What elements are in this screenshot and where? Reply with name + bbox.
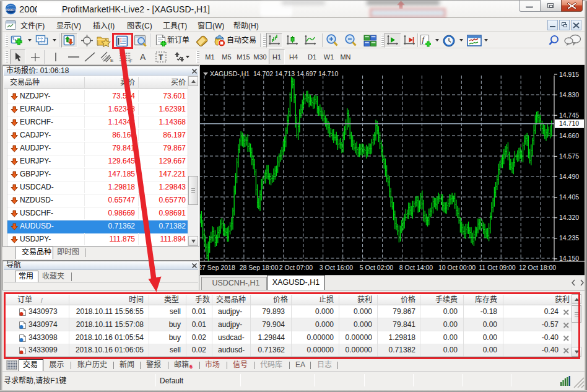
svg-text:11 Oct 09:00: 11 Oct 09:00 <box>479 264 516 271</box>
svg-text:10 Oct 00:00: 10 Oct 00:00 <box>438 264 476 271</box>
svg-text:5 Oct 02:00: 5 Oct 02:00 <box>360 264 393 271</box>
svg-text:3 Oct 16:00: 3 Oct 16:00 <box>320 264 353 271</box>
svg-text:8 Oct 14:00: 8 Oct 14:00 <box>399 264 433 271</box>
svg-text:XAGUSD-,H1 14.702 14.713 14.6: XAGUSD-,H1 14.702 14.713 14.697 14.710 <box>210 70 338 77</box>
svg-text:14.235: 14.235 <box>559 234 579 242</box>
svg-text:14.830: 14.830 <box>559 91 579 98</box>
svg-text:14.150: 14.150 <box>559 255 579 262</box>
svg-text:E: E <box>110 58 113 63</box>
svg-text:T: T <box>159 53 163 62</box>
svg-text:14.320: 14.320 <box>559 214 579 221</box>
svg-text:12 Oct 18:00: 12 Oct 18:00 <box>519 264 556 271</box>
svg-text:28 Sep 18:00: 28 Sep 18:00 <box>240 264 279 271</box>
svg-text:F: F <box>129 58 133 63</box>
svg-text:14.710: 14.710 <box>559 120 579 127</box>
svg-text:14.490: 14.490 <box>559 173 579 180</box>
svg-text:14.915: 14.915 <box>559 71 579 78</box>
svg-text:14.405: 14.405 <box>559 193 579 201</box>
svg-text:2 Oct 07:00: 2 Oct 07:00 <box>279 264 313 271</box>
svg-text:PROFIT: PROFIT <box>6 9 16 12</box>
svg-text:14.660: 14.660 <box>559 132 579 139</box>
svg-text:14.745: 14.745 <box>559 111 579 119</box>
svg-text:14.575: 14.575 <box>559 152 579 160</box>
svg-text:27 Sep 2018: 27 Sep 2018 <box>199 264 235 271</box>
